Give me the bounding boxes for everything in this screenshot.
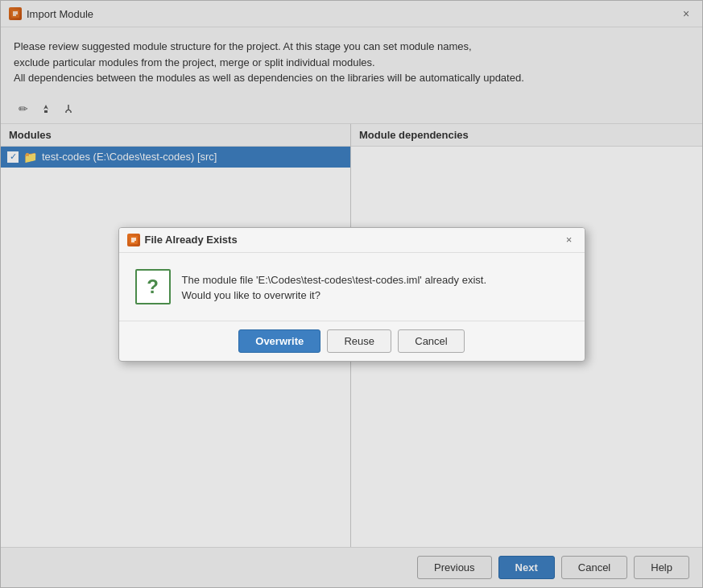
- dialog-message: The module file 'E:\Codes\test-codes\tes…: [182, 269, 487, 304]
- dialog-title-bar: File Already Exists ×: [119, 228, 585, 253]
- file-exists-dialog: File Already Exists × ? The module file …: [118, 227, 585, 362]
- dialog-close-button[interactable]: ×: [562, 233, 577, 247]
- question-icon: ?: [135, 269, 171, 304]
- dialog-body: ? The module file 'E:\Codes\test-codes\t…: [119, 253, 585, 321]
- dialog-title-left: File Already Exists: [127, 234, 238, 246]
- question-mark: ?: [147, 275, 159, 298]
- dialog-footer: Overwrite Reuse Cancel: [119, 321, 585, 361]
- dialog-cancel-button[interactable]: Cancel: [398, 329, 464, 353]
- dialog-title-text: File Already Exists: [145, 234, 238, 246]
- overwrite-button[interactable]: Overwrite: [238, 329, 320, 353]
- dialog-overlay: File Already Exists × ? The module file …: [1, 1, 702, 587]
- reuse-button[interactable]: Reuse: [327, 329, 391, 353]
- dialog-icon: [127, 234, 140, 246]
- main-window: Import Module × Please review suggested …: [0, 0, 703, 588]
